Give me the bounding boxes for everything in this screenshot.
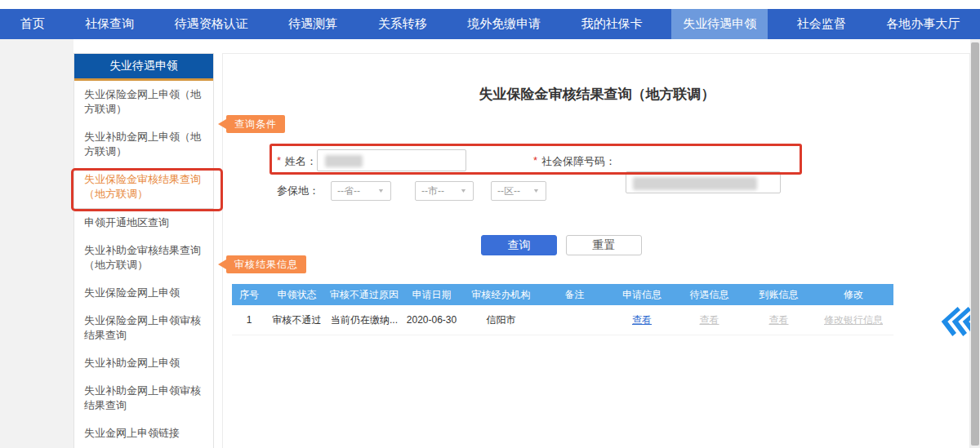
redacted-ssn-value — [633, 177, 757, 190]
nav-item-my-social-card[interactable]: 我的社保卡 — [570, 9, 654, 39]
cell-apply-date: 2020-06-30 — [401, 305, 462, 335]
top-navigation: 首页 社保查询 待遇资格认证 待遇测算 关系转移 境外免缴申请 我的社保卡 失业… — [0, 9, 980, 39]
col-header-apply-date: 申请日期 — [401, 284, 462, 305]
nav-item-social-supervision[interactable]: 社会监督 — [786, 9, 858, 39]
col-header-arrival-info: 到账信息 — [744, 284, 813, 305]
query-conditions-badge: 查询条件 — [226, 115, 285, 133]
audit-result-table: 序号 申领状态 审核不通过原因 申请日期 审核经办机构 备注 申请信息 待遇信息… — [232, 284, 893, 335]
nav-item-overseas-exemption[interactable]: 境外免缴申请 — [456, 9, 552, 39]
page: { "nav": { "items": [ { "label": "首页", "… — [0, 0, 980, 448]
query-form-row-2: 参保地： --省-- ▼ --市-- ▼ --区-- ▼ — [277, 181, 546, 201]
chevron-down-icon: ▼ — [460, 188, 467, 194]
ssn-input[interactable] — [626, 171, 781, 193]
col-header-reject-reason: 审核不通过原因 — [327, 284, 401, 305]
query-conditions-label: 查询条件 — [234, 118, 277, 131]
scrollbar-thumb[interactable] — [971, 42, 979, 446]
col-header-seq: 序号 — [232, 284, 266, 305]
name-field-label: 姓名： — [285, 154, 317, 169]
ssn-field-label: 社会保障号码： — [541, 154, 616, 169]
nav-item-benefit-qualification[interactable]: 待遇资格认证 — [163, 9, 260, 39]
nav-item-unemployment-benefit[interactable]: 失业待遇申领 — [671, 9, 768, 39]
nav-item-local-service-halls[interactable]: 各地办事大厅 — [875, 9, 971, 39]
cell-claim-status: 审核不通过 — [266, 305, 327, 335]
sidebar-item-subsidy-online-claim[interactable]: 失业补助金网上申领（地方联调） — [74, 123, 213, 166]
sidebar-item-insurance-online-claim[interactable]: 失业保险金网上申领（地方联调） — [74, 81, 213, 123]
cell-reject-reason: 当前仍在缴纳... — [327, 305, 401, 335]
district-select[interactable]: --区-- ▼ — [491, 181, 546, 201]
insured-place-label: 参保地： — [277, 184, 319, 198]
page-title: 失业保险金审核结果查询（地方联调） — [223, 85, 971, 104]
col-header-audit-agency: 审核经办机构 — [462, 284, 540, 305]
col-header-apply-info: 申请信息 — [609, 284, 675, 305]
main-content: 失业保险金审核结果查询（地方联调） 查询条件 * 姓名： * 社会保障号码： 参… — [222, 53, 970, 448]
chevron-down-icon: ▼ — [532, 188, 540, 194]
nav-item-relation-transfer[interactable]: 关系转移 — [367, 9, 439, 39]
name-input[interactable] — [317, 149, 466, 171]
view-apply-info-link[interactable]: 查看 — [609, 305, 675, 335]
table-row: 1 审核不通过 当前仍在缴纳... 2020-06-30 信阳市 查看 查看 查… — [232, 305, 893, 335]
ribbon-tip-icon — [218, 259, 226, 269]
result-info-badge: 审核结果信息 — [226, 255, 306, 273]
sidebar-item-insurance-apply-audit-query[interactable]: 失业保险金网上申领审核结果查询 — [74, 307, 213, 349]
sidebar-item-subsidy-audit-result-query[interactable]: 失业补助金审核结果查询（地方联调） — [74, 237, 213, 279]
cell-audit-agency: 信阳市 — [462, 305, 540, 335]
view-arrival-info-link[interactable]: 查看 — [744, 305, 813, 335]
sidebar-header: 失业待遇申领 — [74, 54, 213, 81]
left-gutter — [0, 39, 74, 448]
query-form-row-1: * 姓名： * 社会保障号码： — [277, 149, 816, 171]
nav-item-home[interactable]: 首页 — [9, 9, 56, 39]
cell-seq: 1 — [232, 305, 266, 335]
sidebar-item-subsidy-apply-audit-query[interactable]: 失业补助金网上申领审核结果查询 — [74, 377, 213, 419]
reset-button[interactable]: 重置 — [566, 235, 642, 255]
sidebar-item-subsidy-online-apply[interactable]: 失业补助金网上申领 — [74, 349, 213, 377]
view-benefit-info-link[interactable]: 查看 — [675, 305, 744, 335]
redacted-name-value — [325, 155, 363, 167]
province-select-value: --省-- — [337, 184, 360, 198]
cell-remark — [540, 305, 609, 335]
sidebar-item-online-claim-link[interactable]: 失业金网上申领链接 — [74, 419, 213, 447]
table-header-row: 序号 申领状态 审核不通过原因 申请日期 审核经办机构 备注 申请信息 待遇信息… — [232, 284, 893, 305]
chevron-down-icon: ▼ — [377, 188, 385, 194]
col-header-modify: 修改 — [813, 284, 893, 305]
ribbon-tip-icon — [218, 119, 226, 129]
required-mark-ssn: * — [533, 154, 537, 166]
sidebar-menu: 失业待遇申领 失业保险金网上申领（地方联调） 失业补助金网上申领（地方联调） 失… — [74, 53, 214, 448]
col-header-claim-status: 申领状态 — [266, 284, 327, 305]
district-select-value: --区-- — [497, 184, 520, 198]
required-mark-name: * — [277, 154, 281, 166]
sidebar-item-insurance-audit-result-query[interactable]: 失业保险金审核结果查询（地方联调） — [74, 166, 213, 209]
sidebar-item-insurance-online-apply[interactable]: 失业保险金网上申领 — [74, 279, 213, 307]
nav-item-social-insurance-query[interactable]: 社保查询 — [74, 9, 145, 39]
result-info-label: 审核结果信息 — [234, 258, 298, 272]
city-select[interactable]: --市-- ▼ — [415, 181, 474, 201]
province-select[interactable]: --省-- ▼ — [331, 181, 391, 201]
vertical-scrollbar[interactable] — [970, 39, 980, 448]
col-header-remark: 备注 — [540, 284, 609, 305]
sidebar-item-open-region-query[interactable]: 申领开通地区查询 — [74, 209, 213, 237]
nav-item-benefit-calculation[interactable]: 待遇测算 — [277, 9, 349, 39]
col-header-benefit-info: 待遇信息 — [675, 284, 744, 305]
city-select-value: --市-- — [421, 184, 444, 198]
modify-bank-info-link[interactable]: 修改银行信息 — [813, 305, 893, 335]
query-button[interactable]: 查询 — [481, 235, 557, 255]
